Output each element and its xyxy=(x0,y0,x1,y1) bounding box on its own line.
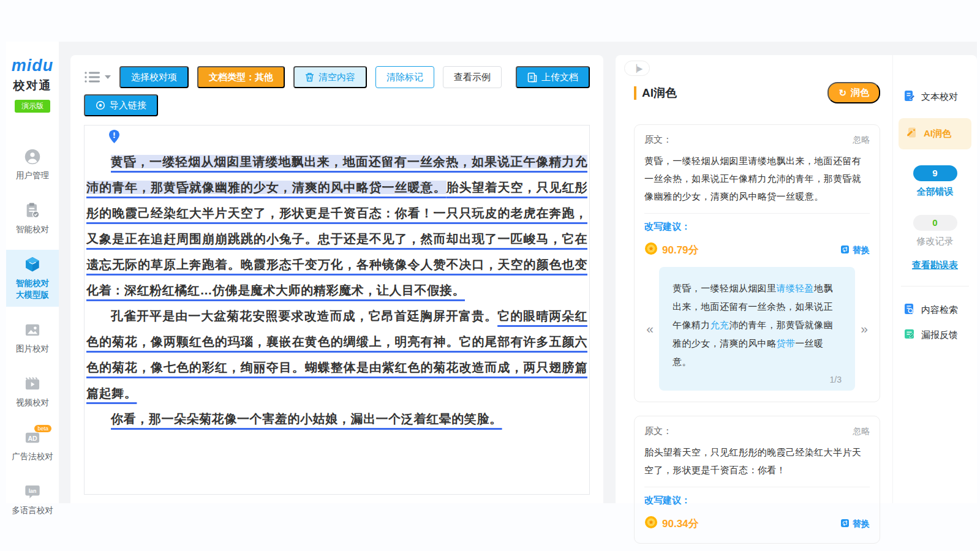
flagged-text-segment[interactable]: 它的眼晴两朵红色的菊花，像两颗红色的玛瑙，襄嵌在黄色的绸缎上，明亮有神。它的尾部… xyxy=(86,309,587,400)
document-editor[interactable]: 黄昏，一缕轻烟从烟囱里请缕地飘出来，地面还留有一丝余热，如果说正午像精力允沛的青… xyxy=(84,125,590,495)
original-text: 胎头望着天空，只见红彤彤的晚霞己经染红大半片天空了，形状更是千资百态：你看！ xyxy=(644,443,870,479)
plain-text-segment[interactable]: 孔雀开平是由一大盆菊花安照要求改造而成，它昂首廷胸屏开富贵。 xyxy=(111,309,497,323)
chevron-down-icon xyxy=(105,75,111,80)
svg-text:lan: lan xyxy=(29,488,37,494)
ignore-button[interactable]: 忽略 xyxy=(853,426,870,437)
document-paragraph[interactable]: 你看，那一朵朵菊花像一个害羞的小姑娘，漏出一个泛着红晕的笑脸。 xyxy=(86,406,587,432)
polish-card-2: 原文： 忽略 胎头望着天空，只见红彤彤的晚霞己经染红大半片天空了，形状更是千资百… xyxy=(634,416,880,544)
sidebar-item-ad[interactable]: ADbeta广告法校对 xyxy=(6,423,59,468)
sidebar-item-label: 智能校对 xyxy=(7,223,58,235)
flagged-text-segment[interactable]: 你看，那一朵朵菊花像一个害羞的小姑娘，漏出一个泛着红晕的笑脸。 xyxy=(111,412,502,425)
polish-button[interactable]: ↻ 润色 xyxy=(827,82,880,103)
right-menu: 文本校对 AI润色 9 全部错误 0 修改记录 查看勘误表 内容检索 xyxy=(892,55,977,503)
sidebar-item-user[interactable]: 用户管理 xyxy=(6,142,59,187)
sidebar-item-image[interactable]: 图片校对 xyxy=(6,315,59,361)
product-name: 校对通 xyxy=(6,78,59,94)
demo-version-badge: 演示版 xyxy=(15,100,50,113)
view-errata-link[interactable]: 查看勘误表 xyxy=(893,260,977,271)
main-area: 选择校对项 文档类型：其他 清空内容 清除标记 查看示例 上传文档 导入链接 xyxy=(59,42,977,503)
clear-marks-button[interactable]: 清除标记 xyxy=(375,66,434,88)
target-circle-icon xyxy=(96,100,105,110)
user-icon xyxy=(7,148,58,167)
score-value: 90.79分 xyxy=(662,243,699,257)
doc-type-button[interactable]: 文档类型：其他 xyxy=(197,66,285,88)
error-count-badge[interactable]: 9 xyxy=(913,165,957,181)
replace-button[interactable]: 替换 xyxy=(840,245,870,256)
original-label: 原文： xyxy=(644,134,672,146)
menu-item-ai-polish[interactable]: AI润色 xyxy=(899,118,971,149)
trash-icon xyxy=(305,72,314,82)
import-link-button[interactable]: 导入链接 xyxy=(84,94,158,116)
prev-suggestion-arrow[interactable]: « xyxy=(644,321,655,336)
sidebar-item-label: 用户管理 xyxy=(7,170,58,181)
correction-highlight: 允充 xyxy=(710,320,729,330)
sidebar: midu 校对通 演示版 用户管理智能校对智能校对大模型版图片校对视频校对ADb… xyxy=(6,42,59,503)
content-search-icon xyxy=(903,303,916,317)
sidebar-item-lang[interactable]: lan多语言校对 xyxy=(6,477,59,522)
sidebar-nav: 用户管理智能校对智能校对大模型版图片校对视频校对ADbeta广告法校对lan多语… xyxy=(6,142,59,522)
sidebar-item-video[interactable]: 视频校对 xyxy=(6,369,59,414)
sidebar-item-label: 视频校对 xyxy=(7,397,58,408)
feedback-icon xyxy=(903,328,916,342)
replace-button[interactable]: 替换 xyxy=(840,519,870,530)
panel-title: AI润色 xyxy=(634,86,677,100)
sidebar-item-clipboard[interactable]: 智能校对 xyxy=(6,196,59,241)
rewrite-suggestion-label: 改写建议： xyxy=(644,221,870,233)
document-paragraph[interactable]: 孔雀开平是由一大盆菊花安照要求改造而成，它昂首廷胸屏开富贵。它的眼晴两朵红色的菊… xyxy=(86,303,587,406)
replace-icon xyxy=(840,245,850,256)
replace-icon xyxy=(840,519,850,530)
editor-content: 黄昏，一缕轻烟从烟囱里请缕地飘出来，地面还留有一丝余热，如果说正午像精力允沛的青… xyxy=(86,149,587,432)
sidebar-item-label: 广告法校对 xyxy=(7,451,58,462)
error-pin-icon[interactable] xyxy=(109,130,119,143)
sidebar-item-label: 智能校对大模型版 xyxy=(7,277,58,301)
proof-list-menu-icon[interactable] xyxy=(84,70,111,84)
record-count-badge[interactable]: 0 xyxy=(913,215,957,231)
correction-highlight: 请缕轻盈 xyxy=(776,283,814,293)
clipboard-icon xyxy=(7,202,58,220)
text-proof-icon xyxy=(903,90,916,104)
polish-card-1: 原文： 忽略 黄昏，一缕轻烟从烟囱里请缕地飘出来，地面还留有一丝余热，如果说正午… xyxy=(634,124,880,402)
suggestion-cards: 原文： 忽略 黄昏，一缕轻烟从烟囱里请缕地飘出来，地面还留有一丝余热，如果说正午… xyxy=(634,124,880,544)
document-card: 选择校对项 文档类型：其他 清空内容 清除标记 查看示例 上传文档 导入链接 xyxy=(70,55,603,503)
ignore-button[interactable]: 忽略 xyxy=(853,135,870,146)
suggestion-box: 黄昏，一缕轻烟从烟囱里请缕轻盈地飘出来，地面还留有一丝余热，如果说正午像精力允充… xyxy=(659,267,855,391)
error-count-block: 9 全部错误 0 修改记录 查看勘误表 xyxy=(893,165,977,271)
medal-icon xyxy=(644,242,658,258)
select-proof-items-button[interactable]: 选择校对项 xyxy=(119,66,189,88)
midu-logo: midu xyxy=(6,56,59,75)
sidebar-item-cube[interactable]: 智能校对大模型版 xyxy=(6,250,59,307)
divider xyxy=(644,487,870,487)
original-label: 原文： xyxy=(644,425,672,437)
ai-polish-icon xyxy=(906,127,918,141)
ai-polish-panel: ▕▶ AI润色 ↻ 润色 原文： 忽略 黄昏，一缕轻烟 xyxy=(616,55,977,503)
rewrite-suggestion-label: 改写建议： xyxy=(644,495,870,506)
menu-item-report-feedback[interactable]: 漏报反馈 xyxy=(893,323,977,348)
clear-content-button[interactable]: 清空内容 xyxy=(293,66,367,88)
flagged-text-segment[interactable]: 胎头望着天空，只见红彤彤的晚霞己经染红大半片天空了，形状更是千资百态：你看！一只… xyxy=(86,181,587,297)
sidebar-item-label: 多语言校对 xyxy=(7,504,58,516)
image-icon xyxy=(7,321,58,340)
panel-collapse-icon[interactable]: ▕▶ xyxy=(624,61,650,76)
next-suggestion-arrow[interactable]: » xyxy=(859,321,870,336)
cube-icon xyxy=(7,256,58,274)
original-text: 黄昏，一缕轻烟从烟囱里请缕地飘出来，地面还留有一丝余热，如果说正午像精力允沛的青… xyxy=(644,152,870,205)
record-count-label[interactable]: 修改记录 xyxy=(893,236,977,247)
view-example-button[interactable]: 查看示例 xyxy=(443,66,502,88)
menu-item-text-proof[interactable]: 文本校对 xyxy=(893,84,977,110)
suggestion-pagination: 1/3 xyxy=(673,375,842,384)
upload-doc-icon xyxy=(527,72,537,83)
beta-badge: beta xyxy=(34,425,51,432)
upload-document-button[interactable]: 上传文档 xyxy=(516,66,590,88)
menu-item-content-search[interactable]: 内容检索 xyxy=(893,298,977,323)
app-window: midu 校对通 演示版 用户管理智能校对智能校对大模型版图片校对视频校对ADb… xyxy=(6,42,977,503)
toolbar-row-1: 选择校对项 文档类型：其他 清空内容 清除标记 查看示例 上传文档 xyxy=(84,66,590,88)
document-paragraph[interactable]: 黄昏，一缕轻烟从烟囱里请缕地飘出来，地面还留有一丝余热，如果说正午像精力允沛的青… xyxy=(86,149,587,303)
toolbar-row-2: 导入链接 xyxy=(84,94,590,116)
divider xyxy=(901,286,969,287)
ad-icon: ADbeta xyxy=(7,429,58,448)
error-count-label[interactable]: 全部错误 xyxy=(893,186,977,198)
divider xyxy=(644,213,870,214)
lang-icon: lan xyxy=(7,483,58,501)
panel-content: ▕▶ AI润色 ↻ 润色 原文： 忽略 黄昏，一缕轻烟 xyxy=(616,55,892,503)
sidebar-item-label: 图片校对 xyxy=(7,343,58,354)
